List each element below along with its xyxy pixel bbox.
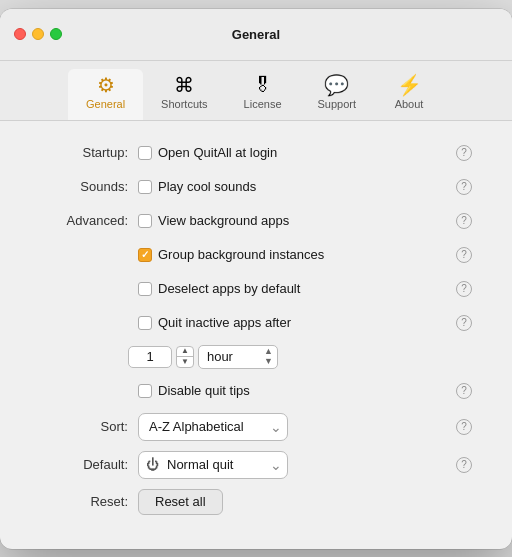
startup-check-label: Open QuitAll at login: [158, 145, 277, 160]
shortcuts-icon: ⌘: [174, 75, 194, 95]
tab-about[interactable]: ⚡ About: [374, 69, 444, 120]
tab-general[interactable]: ⚙ General: [68, 69, 143, 120]
about-icon: ⚡: [397, 75, 422, 95]
disable-tips-content: Disable quit tips ?: [138, 383, 472, 399]
tab-shortcuts-label: Shortcuts: [161, 98, 207, 110]
advanced-label: Advanced:: [40, 213, 128, 228]
tab-general-label: General: [86, 98, 125, 110]
sounds-content: Play cool sounds ?: [138, 179, 472, 195]
reset-all-button[interactable]: Reset all: [138, 489, 223, 515]
disable-tips-help-icon[interactable]: ?: [456, 383, 472, 399]
default-label: Default:: [40, 457, 128, 472]
sounds-label: Sounds:: [40, 179, 128, 194]
sounds-help-icon[interactable]: ?: [456, 179, 472, 195]
default-help-icon[interactable]: ?: [456, 457, 472, 473]
startup-help-icon[interactable]: ?: [456, 145, 472, 161]
sounds-check-label: Play cool sounds: [158, 179, 256, 194]
deselect-row: Deselect apps by default ?: [40, 277, 472, 301]
sort-help-icon[interactable]: ?: [456, 419, 472, 435]
disable-tips-label: Disable quit tips: [158, 383, 250, 398]
window-title: General: [232, 27, 280, 42]
hour-dropdown[interactable]: hour hours minute minutes: [198, 345, 278, 369]
main-window: General ⚙ General ⌘ Shortcuts 🎖 License …: [0, 9, 512, 549]
deselect-content: Deselect apps by default ?: [138, 281, 472, 297]
quit-inactive-help-icon[interactable]: ?: [456, 315, 472, 331]
titlebar: General: [0, 9, 512, 61]
content-area: Startup: Open QuitAll at login ? Sounds:…: [0, 121, 512, 549]
default-dropdown-wrapper: ⏻ Normal quit Force quit ⌄: [138, 451, 288, 479]
disable-tips-row: Disable quit tips ?: [40, 379, 472, 403]
close-button[interactable]: [14, 28, 26, 40]
deselect-label: Deselect apps by default: [158, 281, 300, 296]
group-bg-content: Group background instances ?: [138, 247, 472, 263]
group-bg-label: Group background instances: [158, 247, 324, 262]
default-dropdown[interactable]: Normal quit Force quit: [138, 451, 288, 479]
quit-inactive-checkbox[interactable]: [138, 316, 152, 330]
tab-license-label: License: [244, 98, 282, 110]
default-content: ⏻ Normal quit Force quit ⌄ ?: [138, 451, 472, 479]
sort-dropdown[interactable]: A-Z Alphabetical Z-A Alphabetical Recent…: [138, 413, 288, 441]
tab-shortcuts[interactable]: ⌘ Shortcuts: [143, 69, 225, 120]
view-bg-help-icon[interactable]: ?: [456, 213, 472, 229]
reset-row: Reset: Reset all: [40, 489, 472, 515]
maximize-button[interactable]: [50, 28, 62, 40]
hour-dropdown-wrapper: hour hours minute minutes ▲▼: [198, 345, 278, 369]
disable-tips-checkbox[interactable]: [138, 384, 152, 398]
stepper-down[interactable]: ▼: [177, 357, 193, 367]
startup-row: Startup: Open QuitAll at login ?: [40, 141, 472, 165]
quit-inactive-content: Quit inactive apps after ?: [138, 315, 472, 331]
minimize-button[interactable]: [32, 28, 44, 40]
tab-license[interactable]: 🎖 License: [226, 69, 300, 120]
stepper-arrows: ▲ ▼: [176, 346, 194, 368]
startup-checkbox[interactable]: [138, 146, 152, 160]
tab-about-label: About: [395, 98, 424, 110]
startup-content: Open QuitAll at login ?: [138, 145, 472, 161]
tab-support-label: Support: [318, 98, 357, 110]
view-bg-content: View background apps ?: [138, 213, 472, 229]
gear-icon: ⚙: [97, 75, 115, 95]
stepper-up[interactable]: ▲: [177, 347, 193, 358]
quit-inactive-row: Quit inactive apps after ?: [40, 311, 472, 335]
traffic-lights: [14, 28, 62, 40]
sounds-row: Sounds: Play cool sounds ?: [40, 175, 472, 199]
default-row: Default: ⏻ Normal quit Force quit ⌄ ?: [40, 451, 472, 479]
sort-content: A-Z Alphabetical Z-A Alphabetical Recent…: [138, 413, 472, 441]
view-bg-label: View background apps: [158, 213, 289, 228]
support-icon: 💬: [324, 75, 349, 95]
sort-label: Sort:: [40, 419, 128, 434]
sort-dropdown-wrapper: A-Z Alphabetical Z-A Alphabetical Recent…: [138, 413, 288, 441]
deselect-checkbox[interactable]: [138, 282, 152, 296]
tab-support[interactable]: 💬 Support: [300, 69, 375, 120]
group-bg-row: Group background instances ?: [40, 243, 472, 267]
license-icon: 🎖: [253, 75, 273, 95]
group-bg-checkbox[interactable]: [138, 248, 152, 262]
sort-row: Sort: A-Z Alphabetical Z-A Alphabetical …: [40, 413, 472, 441]
toolbar: ⚙ General ⌘ Shortcuts 🎖 License 💬 Suppor…: [0, 61, 512, 121]
startup-label: Startup:: [40, 145, 128, 160]
reset-content: Reset all: [138, 489, 472, 515]
view-bg-row: Advanced: View background apps ?: [40, 209, 472, 233]
view-bg-checkbox[interactable]: [138, 214, 152, 228]
stepper-input[interactable]: [128, 346, 172, 368]
deselect-help-icon[interactable]: ?: [456, 281, 472, 297]
stepper-row: ▲ ▼ hour hours minute minutes ▲▼: [128, 345, 472, 369]
quit-inactive-label: Quit inactive apps after: [158, 315, 291, 330]
sounds-checkbox[interactable]: [138, 180, 152, 194]
group-bg-help-icon[interactable]: ?: [456, 247, 472, 263]
reset-label: Reset:: [40, 494, 128, 509]
